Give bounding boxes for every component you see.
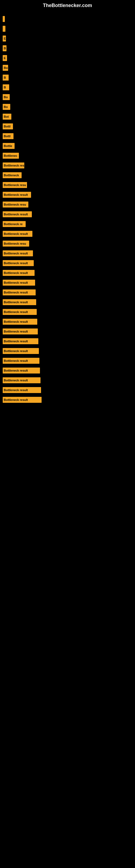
bar-item: Bo — [3, 65, 8, 71]
bar-label: B — [4, 86, 6, 89]
bar-item: Bottleneck result — [3, 338, 38, 344]
bar-label: Bottleneck result — [4, 261, 28, 265]
bar-label: Bottleneck result — [4, 379, 28, 382]
bar-label: Bottleneck re — [4, 222, 23, 226]
bar-item: B — [3, 45, 6, 51]
bar-row: Bottleneck result — [3, 250, 132, 257]
bar-row: B — [3, 84, 132, 91]
bar-label: Bottleneck result — [4, 369, 28, 372]
bar-row: Bottlenec — [3, 152, 132, 159]
bar-row: Bottleneck result — [3, 376, 132, 384]
bar-label: Bottleneck result — [4, 310, 28, 314]
bar-item: Bottleneck result — [3, 377, 41, 383]
bar-row: Bottleneck result — [3, 308, 132, 316]
bar-label: Bottleneck result — [4, 340, 28, 343]
bar-item — [3, 16, 5, 22]
bar-item: Bottle — [3, 143, 14, 149]
bar-label: Bottleneck result — [4, 320, 28, 323]
bar-label: Bo — [4, 105, 8, 108]
bar-item: Bottleneck resu — [3, 202, 28, 208]
bar-item: Bottleneck result — [3, 387, 41, 393]
bar-label: Bottleneck result — [4, 281, 28, 284]
bar-label: Bottleneck result — [4, 291, 28, 294]
bar-item: Bottleneck result — [3, 397, 42, 403]
bar-row: B — [3, 74, 132, 82]
bar-row: Bot — [3, 113, 132, 120]
bar-row: Bottleneck resu — [3, 181, 132, 189]
bar-item: Bottleneck result — [3, 211, 32, 217]
site-title: TheBottlenecker.com — [0, 0, 135, 10]
bar-row: Bottleneck result — [3, 386, 132, 394]
bar-row: Bottleneck result — [3, 289, 132, 296]
bar-item: Bottleneck result — [3, 358, 39, 364]
bar-row: Bottleneck result — [3, 337, 132, 345]
bar-label: Bottleneck result — [4, 349, 28, 352]
bar-row: Bottleneck resu — [3, 201, 132, 208]
bar-row: B — [3, 44, 132, 52]
bar-item: Bottleneck result — [3, 280, 35, 286]
bar-label: Bottleneck result — [4, 330, 28, 333]
bar-label: Bot — [4, 115, 9, 118]
bar-item: B — [3, 74, 9, 81]
bar-row — [3, 15, 132, 23]
bar-row: Bottleneck resu — [3, 240, 132, 247]
bar-row: Bottleneck result — [3, 396, 132, 404]
bar-label: Bo — [4, 66, 8, 69]
bar-row: Bottle — [3, 142, 132, 150]
bar-row: Bottleneck result — [3, 191, 132, 198]
bar-label: Bottleneck resu — [4, 242, 26, 245]
bar-item: Bottleneck re — [3, 221, 26, 227]
bar-row: E — [3, 54, 132, 62]
bar-label: Bottle — [4, 144, 12, 148]
bar-row: Bottleneck result — [3, 269, 132, 277]
bar-row: E — [3, 35, 132, 42]
bar-label: Bottl — [4, 134, 10, 138]
bar-item: Bo — [3, 94, 10, 100]
bar-row: Bottleneck result — [3, 211, 132, 218]
bar-row: Bo — [3, 103, 132, 111]
bar-label: B — [4, 76, 6, 79]
bar-label: Bottl — [4, 125, 10, 128]
bar-item — [3, 26, 5, 32]
bar-label: Bottleneck result — [4, 232, 28, 236]
bar-item: Bottleneck resu — [3, 182, 27, 188]
bar-item: Bottleneck result — [3, 368, 40, 373]
bar-row: Bottl — [3, 132, 132, 140]
bar-label: Bottlenec — [4, 154, 17, 157]
bar-item: Bottleneck result — [3, 250, 33, 256]
bar-label: Bottleneck result — [4, 398, 28, 401]
bar-row: Bottl — [3, 123, 132, 130]
bar-item: Bottlenec — [3, 153, 19, 159]
bar-item: Bottl — [3, 123, 13, 129]
bar-row: Bottleneck res — [3, 162, 132, 169]
bar-label: E — [4, 37, 6, 40]
bar-label: Bottleneck result — [4, 193, 28, 196]
bar-label: Bottleneck resu — [4, 183, 26, 187]
bar-label: Bottleneck — [4, 174, 19, 177]
bar-row: Bottleneck result — [3, 357, 132, 365]
bar-row: Bo — [3, 93, 132, 101]
bar-item: Bottleneck result — [3, 270, 35, 276]
bar-item: Bo — [3, 104, 10, 110]
bar-row: Bottleneck result — [3, 318, 132, 326]
bar-label: Bottleneck result — [4, 359, 28, 362]
bar-row — [3, 25, 132, 33]
bar-row: Bottleneck result — [3, 299, 132, 306]
bar-row: Bottleneck re — [3, 220, 132, 228]
bar-row: Bottleneck result — [3, 367, 132, 374]
bar-item: Bottleneck — [3, 172, 21, 178]
bar-label: Bottleneck result — [4, 389, 28, 392]
bar-row: Bottleneck — [3, 172, 132, 179]
bar-item: Bottleneck result — [3, 299, 36, 305]
bar-row: Bottleneck result — [3, 259, 132, 267]
bar-item: Bottleneck result — [3, 309, 37, 315]
bar-label: Bottleneck resu — [4, 203, 26, 206]
bar-row: Bottleneck result — [3, 279, 132, 286]
bar-label: E — [4, 56, 6, 60]
bar-item: Bottleneck result — [3, 289, 36, 296]
bar-label: Bottleneck res — [4, 164, 24, 167]
bar-row: Bottleneck result — [3, 347, 132, 355]
bar-item: Bottleneck result — [3, 329, 38, 335]
bar-item: Bottleneck result — [3, 192, 31, 198]
bar-item: Bottleneck result — [3, 231, 32, 237]
